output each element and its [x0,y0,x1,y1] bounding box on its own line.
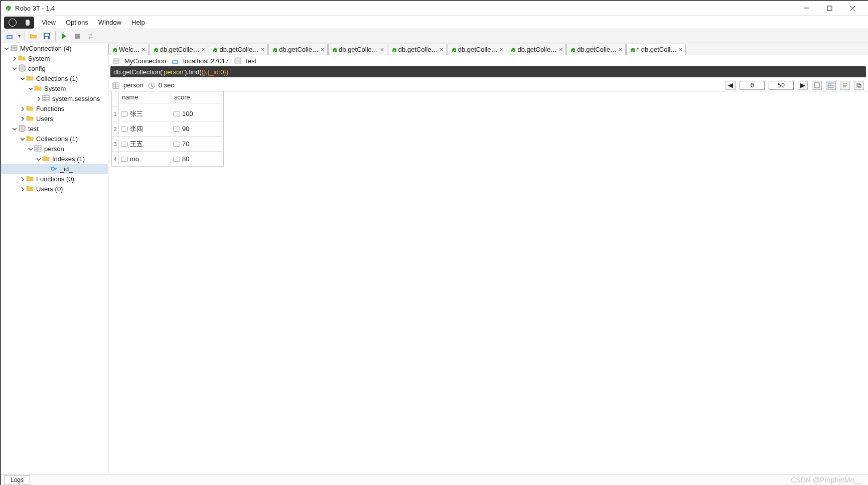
chevron-down-icon[interactable] [11,126,17,132]
tab[interactable]: db.getColle…× [209,44,268,55]
stop-button[interactable] [72,31,83,42]
view-tree-button[interactable] [812,81,822,90]
tab[interactable]: db.getColle…× [448,44,507,55]
tree-indexes[interactable]: Indexes (1) [1,154,108,164]
chevron-right-icon[interactable] [19,186,25,192]
chevron-down-icon[interactable] [19,136,25,142]
close-icon[interactable]: × [679,46,682,53]
chevron-down-icon[interactable] [11,65,17,71]
tree-config-functions[interactable]: Functions [1,103,108,113]
result-table[interactable]: name score 1张三1002李四903王五704mo80 [111,91,224,167]
chevron-right-icon[interactable] [11,55,17,61]
tree-system-sessions[interactable]: system.sessions [1,93,108,103]
tab[interactable]: db.getColle…× [566,44,626,55]
close-icon[interactable]: × [380,46,384,53]
pop-out-button[interactable] [854,81,864,90]
tab[interactable]: Welc…× [108,44,149,55]
page-next-button[interactable]: ▶ [798,81,808,90]
close-icon[interactable]: × [440,46,444,53]
skip-input[interactable] [740,81,765,90]
chevron-down-icon[interactable] [27,85,33,91]
tab[interactable]: db.getColle…× [268,44,328,55]
table-row[interactable]: 4mo80 [112,152,223,167]
connection-tree[interactable]: MyConnection (4) System config Collectio… [1,43,108,474]
tree-config-system[interactable]: System [1,83,108,93]
table-row[interactable]: 3王五70 [112,137,223,152]
tree-label: Functions (0) [36,175,74,183]
chevron-right-icon[interactable] [19,115,25,122]
folder-icon [26,104,34,112]
cell-score[interactable]: 80 [171,152,223,167]
svg-rect-20 [857,83,860,86]
tree-system[interactable]: System [1,53,108,63]
tab[interactable]: db.getColle…× [328,44,387,55]
tab[interactable]: * db.getColl…× [626,44,686,55]
overlay-widget[interactable] [4,17,34,29]
tree-test-functions[interactable]: Functions (0) [1,174,108,184]
tab[interactable]: db.getColle…× [507,44,566,55]
tree-person-collection[interactable]: person [1,144,108,154]
connect-dropdown-icon[interactable]: ▼ [17,34,22,39]
menu-help[interactable]: Help [127,17,150,28]
cell-name[interactable]: 王五 [119,137,171,152]
chevron-right-icon[interactable] [35,95,41,101]
view-table-button[interactable] [826,81,836,90]
cell-name[interactable]: 张三 [119,106,171,122]
open-button[interactable] [28,31,39,42]
close-button[interactable] [841,1,864,16]
tab-strip[interactable]: Welc…×db.getColle…×db.getColle…×db.getCo… [108,43,868,55]
chevron-right-icon[interactable] [19,105,25,111]
close-icon[interactable]: × [201,46,205,53]
limit-input[interactable] [769,81,794,90]
cell-score[interactable]: 70 [171,137,223,152]
menu-options[interactable]: Options [61,17,93,28]
maximize-button[interactable] [818,1,841,16]
cell-score[interactable]: 100 [171,106,223,122]
cell-name[interactable]: mo [119,152,171,167]
logs-button[interactable]: Logs [4,475,30,484]
tree-test-db[interactable]: test [1,124,108,134]
page-prev-button[interactable]: ◀ [726,81,736,90]
tree-test-collections[interactable]: Collections (1) [1,134,108,144]
table-row[interactable]: 1张三100 [112,106,223,122]
execute-button[interactable] [59,31,70,42]
chevron-right-icon[interactable] [19,176,25,182]
chevron-down-icon[interactable] [3,45,9,51]
chevron-down-icon[interactable] [19,75,25,81]
collection-icon [34,145,42,153]
tab[interactable]: db.getColle…× [150,44,209,55]
menu-view[interactable]: View [37,17,60,28]
close-icon[interactable]: × [321,46,324,53]
tree-config-collections[interactable]: Collections (1) [1,73,108,83]
chevron-down-icon[interactable] [27,146,33,152]
cell-score[interactable]: 90 [171,122,223,137]
cell-name[interactable]: 李四 [119,122,171,137]
tree-test-users[interactable]: Users (0) [1,184,108,194]
save-button[interactable] [41,31,52,42]
column-header[interactable]: name [119,91,171,103]
chevron-down-icon[interactable] [35,156,41,162]
menu-window[interactable]: Window [94,17,126,28]
tree-label: System [28,55,50,62]
column-header[interactable]: score [171,91,223,103]
swap-button[interactable] [85,31,96,42]
query-editor[interactable]: db.getCollection('person').find({},{_id:… [110,66,866,77]
tree-index-id[interactable]: _id_ [1,164,108,174]
close-icon[interactable]: × [142,46,146,53]
tab[interactable]: db.getColle…× [388,44,447,55]
close-icon[interactable]: × [619,46,622,53]
close-icon[interactable]: × [261,46,264,53]
database-icon [18,64,26,72]
close-icon[interactable]: × [499,46,503,53]
connect-button[interactable] [4,31,15,42]
row-number: 2 [112,122,119,137]
tree-config-users[interactable]: Users [1,113,108,124]
close-icon[interactable]: × [559,46,562,53]
watermark: CSDN @ProphetMo__ [791,476,862,484]
table-row[interactable]: 2李四90 [112,122,223,137]
minimize-button[interactable] [795,1,818,16]
tree-config-db[interactable]: config [1,63,108,73]
view-text-button[interactable] [840,81,850,90]
tree-label: _id_ [60,165,73,173]
tree-connection[interactable]: MyConnection (4) [1,43,108,53]
